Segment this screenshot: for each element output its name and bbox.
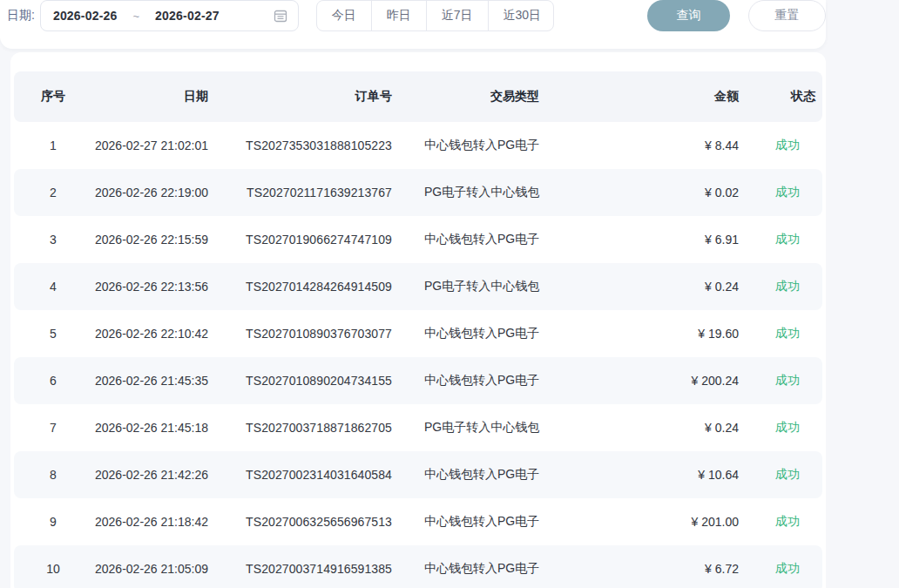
cell-date: 2026-02-26 21:42:26	[92, 468, 219, 482]
cell-type: PG电子转入中心钱包	[406, 279, 624, 294]
cell-index: 7	[14, 421, 92, 435]
table-row: 12026-02-27 21:02:01TS202735303188810522…	[14, 122, 822, 169]
cell-date: 2026-02-26 21:45:35	[92, 374, 219, 388]
quick-filter-30days[interactable]: 近30日	[488, 1, 554, 30]
cell-order-no: TS2027003718871862705	[219, 421, 406, 435]
calendar-icon[interactable]	[274, 9, 287, 23]
cell-type: 中心钱包转入PG电子	[406, 326, 624, 341]
date-range-separator: ~	[133, 10, 140, 23]
cell-order-no: TS2027002314031640584	[219, 468, 406, 482]
cell-index: 10	[14, 562, 92, 576]
cell-amount: ¥ 0.02	[624, 186, 753, 199]
quick-filter-yesterday[interactable]: 昨日	[371, 1, 426, 30]
date-start-value[interactable]: 2026-02-26	[53, 9, 118, 23]
cell-index: 6	[14, 374, 92, 388]
cell-type: 中心钱包转入PG电子	[406, 467, 624, 483]
cell-status: 成功	[753, 232, 822, 247]
date-end-value[interactable]: 2026-02-27	[155, 9, 220, 23]
cell-order-no: TS2027014284264914509	[219, 280, 406, 294]
cell-index: 5	[14, 327, 92, 341]
cell-index: 2	[14, 186, 92, 199]
date-range-picker[interactable]: 2026-02-26 ~ 2026-02-27	[40, 0, 299, 31]
cell-type: 中心钱包转入PG电子	[406, 373, 624, 389]
cell-date: 2026-02-26 22:15:59	[92, 233, 219, 247]
cell-type: 中心钱包转入PG电子	[406, 561, 624, 577]
cell-status: 成功	[753, 279, 822, 294]
cell-type: 中心钱包转入PG电子	[406, 514, 624, 530]
cell-order-no: TS2027353031888105223	[219, 139, 406, 152]
cell-amount: ¥ 0.24	[624, 280, 753, 294]
table-body: 12026-02-27 21:02:01TS202735303188810522…	[14, 122, 822, 588]
cell-order-no: TS2027010890204734155	[219, 374, 406, 388]
cell-date: 2026-02-27 21:02:01	[92, 139, 219, 152]
table-row: 92026-02-26 21:18:42TS202700632565696751…	[14, 498, 822, 545]
cell-amount: ¥ 10.64	[624, 468, 753, 482]
column-header-order-no: 订单号	[219, 89, 406, 105]
cell-index: 4	[14, 280, 92, 294]
cell-status: 成功	[753, 514, 822, 530]
cell-status: 成功	[753, 373, 822, 389]
cell-amount: ¥ 0.24	[624, 421, 753, 435]
cell-order-no: TS2027003714916591385	[219, 562, 406, 576]
cell-type: 中心钱包转入PG电子	[406, 138, 624, 153]
cell-status: 成功	[753, 138, 822, 153]
cell-amount: ¥ 200.24	[624, 374, 753, 388]
table-row: 72026-02-26 21:45:18TS202700371887186270…	[14, 404, 822, 451]
cell-date: 2026-02-26 22:19:00	[92, 186, 219, 199]
table-row: 22026-02-26 22:19:00TS202702117163921376…	[14, 169, 822, 216]
cell-date: 2026-02-26 22:13:56	[92, 280, 219, 294]
cell-amount: ¥ 6.91	[624, 233, 753, 247]
cell-status: 成功	[753, 185, 822, 200]
column-header-amount: 金额	[624, 89, 753, 105]
cell-amount: ¥ 19.60	[624, 327, 753, 341]
cell-order-no: TS2027010890376703077	[219, 327, 406, 341]
column-header-status: 状态	[753, 89, 822, 105]
table-row: 42026-02-26 22:13:56TS202701428426491450…	[14, 263, 822, 310]
cell-status: 成功	[753, 467, 822, 483]
filter-controls: 日期: 2026-02-26 ~ 2026-02-27 今日 昨日 近7日 近3…	[0, 0, 826, 31]
cell-date: 2026-02-26 21:45:18	[92, 421, 219, 435]
filter-bar: 日期: 2026-02-26 ~ 2026-02-27 今日 昨日 近7日 近3…	[0, 0, 826, 49]
cell-date: 2026-02-26 21:18:42	[92, 515, 219, 529]
reset-button[interactable]: 重置	[748, 0, 826, 31]
table-row: 62026-02-26 21:45:35TS202701089020473415…	[14, 357, 822, 404]
cell-status: 成功	[753, 326, 822, 341]
cell-amount: ¥ 201.00	[624, 515, 753, 529]
quick-filter-7days[interactable]: 近7日	[426, 1, 488, 30]
cell-order-no: TS2027021171639213767	[219, 186, 406, 199]
cell-type: PG电子转入中心钱包	[406, 420, 624, 436]
column-header-type: 交易类型	[406, 89, 624, 105]
cell-date: 2026-02-26 22:10:42	[92, 327, 219, 341]
cell-amount: ¥ 8.44	[624, 139, 753, 152]
cell-order-no: TS2027006325656967513	[219, 515, 406, 529]
cell-type: 中心钱包转入PG电子	[406, 232, 624, 247]
date-range-label: 日期:	[7, 8, 35, 24]
cell-index: 1	[14, 139, 92, 152]
column-header-index: 序号	[14, 89, 92, 105]
cell-index: 3	[14, 233, 92, 247]
cell-order-no: TS2027019066274747109	[219, 233, 406, 247]
quick-filter-group: 今日 昨日 近7日 近30日	[316, 0, 554, 31]
column-header-date: 日期	[92, 89, 219, 105]
cell-index: 9	[14, 515, 92, 529]
cell-type: PG电子转入中心钱包	[406, 185, 624, 200]
table-header: 序号 日期 订单号 交易类型 金额 状态	[14, 71, 822, 122]
cell-status: 成功	[753, 420, 822, 436]
table-row: 82026-02-26 21:42:26TS202700231403164058…	[14, 451, 822, 498]
cell-index: 8	[14, 468, 92, 482]
table-row: 52026-02-26 22:10:42TS202701089037670307…	[14, 310, 822, 357]
cell-status: 成功	[753, 561, 822, 577]
table-row: 32026-02-26 22:15:59TS202701906627474710…	[14, 216, 822, 263]
cell-date: 2026-02-26 21:05:09	[92, 562, 219, 576]
transactions-card: 序号 日期 订单号 交易类型 金额 状态 12026-02-27 21:02:0…	[10, 52, 826, 588]
cell-amount: ¥ 6.72	[624, 562, 753, 576]
table-row: 102026-02-26 21:05:09TS20270037149165913…	[14, 545, 822, 588]
query-button[interactable]: 查询	[647, 0, 730, 31]
quick-filter-today[interactable]: 今日	[317, 1, 371, 30]
